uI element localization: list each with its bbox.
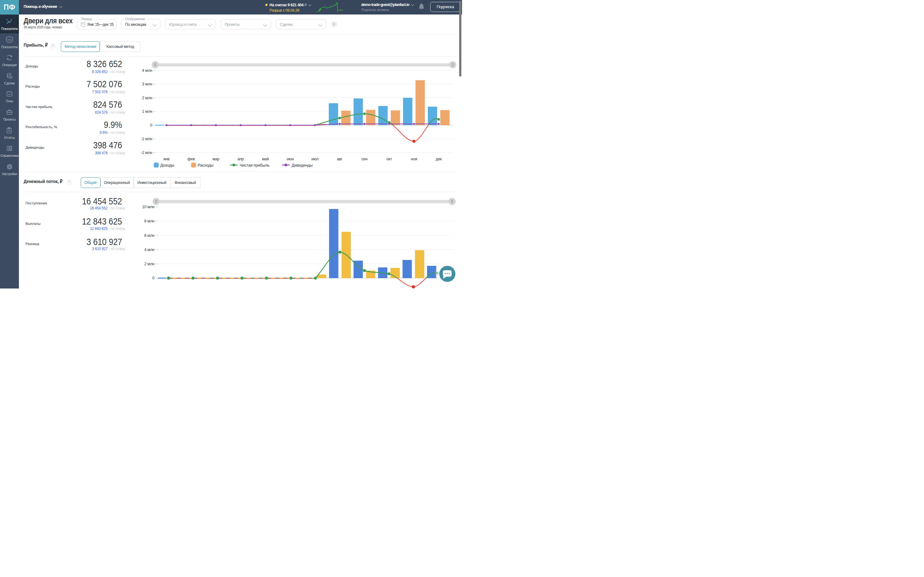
svg-text:4 млн: 4 млн bbox=[144, 248, 155, 252]
svg-text:PRO: PRO bbox=[7, 39, 12, 40]
svg-text:0: 0 bbox=[152, 276, 154, 280]
svg-text:8 млн: 8 млн bbox=[144, 219, 155, 223]
svg-text:6 млн: 6 млн bbox=[144, 234, 155, 238]
svg-text:2 млн: 2 млн bbox=[144, 262, 155, 266]
svg-text:10 млн: 10 млн bbox=[142, 205, 154, 209]
